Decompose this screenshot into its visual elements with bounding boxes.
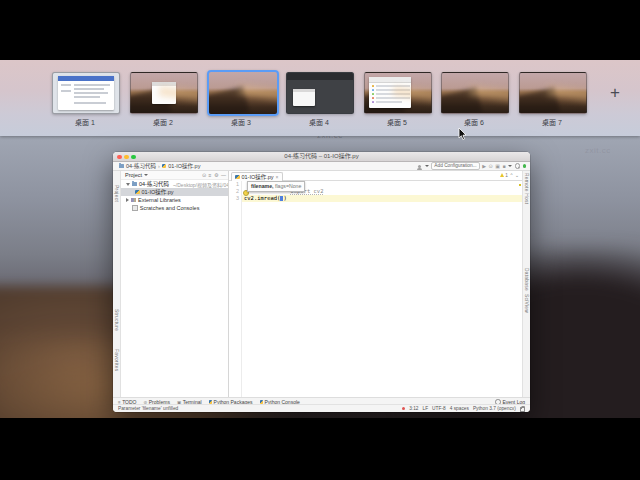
tool-tab-sciview[interactable]: SciView [524, 294, 529, 313]
chevron-down-icon [425, 165, 429, 167]
screen: zxit.cc zxit.cc [0, 0, 640, 480]
hint-current-param: filename, [251, 183, 274, 189]
error-stripe-mark[interactable] [519, 184, 522, 186]
project-root-name: 04-练习代码 [139, 180, 169, 188]
editor-body[interactable]: 1 2 3 import cv2 cv2.imread() filename, … [229, 181, 522, 397]
line-ending[interactable]: LF [422, 406, 428, 411]
tree-item-label: 01-IO操作.py [142, 188, 174, 196]
desktop-thumbnail-6[interactable] [441, 72, 509, 114]
tool-tab-remote-host[interactable]: Remote Host [524, 173, 529, 204]
breadcrumb-separator: › [158, 163, 160, 169]
caret-position[interactable]: 3:12 [409, 406, 418, 411]
chevron-down-icon [144, 174, 148, 176]
status-dot-icon[interactable] [523, 164, 527, 168]
tree-item-label: Scratches and Consoles [140, 205, 200, 211]
debug-icon[interactable]: ⊙ [489, 163, 493, 169]
tool-tab-project[interactable]: Project [114, 185, 119, 202]
editor-area: 01-IO操作.py × 1 ⌃ ⌄ 1 2 [229, 171, 522, 397]
desktop-label-6: 桌面 6 [441, 117, 507, 127]
mouse-cursor [458, 128, 467, 141]
desktop-thumbnail-4[interactable] [286, 72, 354, 114]
run-icon[interactable]: ▶ [482, 163, 486, 169]
hint-other-params: flags=None [274, 183, 302, 189]
status-message: Parameter 'filename' unfilled [118, 406, 178, 411]
desktop-thumbnail-7[interactable] [519, 72, 587, 114]
user-icon[interactable] [418, 165, 421, 168]
collapse-all-icon[interactable]: ≡ [209, 171, 212, 179]
ide-error-icon[interactable] [402, 407, 405, 410]
pycharm-window: 04-练习代码 – 01-IO操作.py 04-练习代码 › 01-IO操作.p… [113, 152, 530, 412]
run-configuration-select[interactable]: Add Configuration... [431, 162, 479, 170]
title-bar: 04-练习代码 – 01-IO操作.py [113, 152, 530, 162]
tree-row-scratches[interactable]: Scratches and Consoles [121, 204, 228, 212]
watermark-text: zxit.cc [585, 146, 611, 155]
tree-item-label: External Libraries [138, 197, 181, 203]
stop-icon[interactable]: ■ [502, 163, 505, 169]
toolbar-run-area: Add Configuration... ▶ ⊙ ▣ ■ [418, 162, 526, 170]
project-panel-title[interactable]: Project [125, 171, 142, 179]
desktop-thumbnail-3-selected[interactable] [207, 70, 279, 116]
scratch-file-icon [132, 205, 138, 212]
prev-warning-icon[interactable]: ⌃ [509, 173, 513, 178]
window-preview [369, 77, 411, 108]
video-content: zxit.cc zxit.cc [0, 60, 640, 418]
desktop-label-2: 桌面 2 [130, 117, 196, 127]
indent-setting[interactable]: 4 spaces [450, 406, 469, 411]
editor-tab-active[interactable]: 01-IO操作.py × [231, 172, 283, 181]
window-preview [152, 82, 176, 104]
inspection-widget[interactable]: 1 ⌃ ⌄ [500, 173, 519, 178]
left-tool-strip: Project Structure Favorites [113, 171, 121, 397]
search-icon[interactable] [515, 163, 521, 169]
python-file-icon [162, 164, 167, 169]
project-panel-header: Project ⊙ ≡ ⚙ — [121, 171, 228, 180]
warning-icon [500, 173, 504, 177]
warning-count: 1 [505, 173, 508, 178]
code-text: ) [283, 195, 286, 201]
tool-tab-structure[interactable]: Structure [114, 309, 119, 331]
desktop-label-5: 桌面 5 [364, 117, 430, 127]
line-number: 2 [236, 188, 239, 195]
hide-panel-icon[interactable]: — [221, 171, 226, 179]
interpreter-selector[interactable]: Python 3.7 (opencv) [473, 406, 516, 411]
editor-tab-bar: 01-IO操作.py × 1 ⌃ ⌄ [229, 171, 522, 181]
desktop-label-7: 桌面 7 [519, 117, 585, 127]
tree-row-selected-file[interactable]: 01-IO操作.py [121, 188, 228, 196]
ide-main: Project Structure Favorites Project ⊙ ≡ [113, 171, 530, 397]
chevron-right-icon [126, 198, 129, 202]
tool-tab-favorites[interactable]: Favorites [114, 349, 119, 371]
navigation-bar: 04-练习代码 › 01-IO操作.py Add Configuration..… [113, 162, 530, 171]
gear-icon[interactable]: ⚙ [214, 171, 218, 179]
line-number: 3 [236, 195, 239, 202]
locate-icon[interactable]: ⊙ [202, 171, 206, 179]
code-line-3-current[interactable]: cv2.imread() [242, 195, 522, 202]
python-file-icon [135, 190, 140, 195]
folder-icon [119, 164, 124, 168]
coverage-icon[interactable]: ▣ [495, 163, 500, 169]
desktop-label-3: 桌面 3 [208, 117, 274, 127]
tool-tab-database[interactable]: Database [524, 268, 529, 291]
editor-gutter: 1 2 3 [229, 181, 242, 397]
parameter-hint-popup: filename, flags=None [247, 181, 305, 192]
chevron-down-icon[interactable] [508, 165, 512, 167]
window-title: 04-练习代码 – 01-IO操作.py [113, 152, 530, 161]
lock-icon[interactable] [520, 407, 525, 412]
tree-row-external-libraries[interactable]: External Libraries [121, 196, 228, 204]
project-panel: Project ⊙ ≡ ⚙ — 04-练习代码 [121, 171, 229, 397]
tab-label: 01-IO操作.py [242, 173, 274, 181]
file-encoding[interactable]: UTF-8 [432, 406, 446, 411]
desktop-thumbnail-1[interactable] [52, 72, 120, 114]
project-folder-icon [132, 182, 137, 186]
desktop-label-1: 桌面 1 [52, 117, 118, 127]
next-warning-icon[interactable]: ⌄ [515, 173, 519, 178]
desktop-thumbnail-5[interactable] [364, 72, 432, 114]
breadcrumb-file[interactable]: 01-IO操作.py [168, 162, 200, 170]
tree-root-row[interactable]: 04-练习代码 ~/Desktop/视频及资料/04-练习代码 [121, 180, 228, 188]
breadcrumb-project[interactable]: 04-练习代码 [126, 162, 156, 170]
close-tab-icon[interactable]: × [276, 174, 279, 180]
desktop-label-4: 桌面 4 [286, 117, 352, 127]
add-desktop-button[interactable]: + [610, 83, 620, 103]
desktop-thumbnail-2[interactable] [130, 72, 198, 114]
line-number: 1 [236, 181, 239, 188]
window-preview [58, 76, 114, 110]
code-text: cv2.imread( [244, 195, 280, 201]
